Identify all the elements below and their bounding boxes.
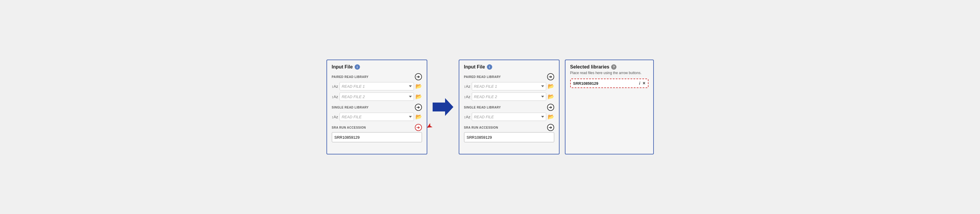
panel2-read-file-row: ↕Az READ FILE 📂 <box>464 113 554 121</box>
panel2-single-section: SINGLE READ LIBRARY ➔ ↕Az READ FILE 📂 <box>464 104 554 121</box>
panel2-sra-label: SRA RUN ACCESSION ➔ <box>464 124 554 131</box>
red-arrow-annotation: ➤ <box>425 122 434 131</box>
panel1-read-file-2-select[interactable]: READ FILE 2 <box>339 92 414 101</box>
panel2-sort-icon-1: ↕Az <box>464 84 471 89</box>
panel2-folder-icon-3[interactable]: 📂 <box>548 114 554 120</box>
panel1-sort-icon-3: ↕Az <box>332 115 338 119</box>
panel2-info-icon[interactable]: i <box>487 64 492 70</box>
panel2-paired-arrow-btn[interactable]: ➔ <box>547 73 554 80</box>
panel2-single-arrow-btn[interactable]: ➔ <box>547 104 554 111</box>
panel1-info-icon[interactable]: i <box>355 64 360 70</box>
selected-item-name-0: SRR10859129 <box>573 81 598 86</box>
panel1-single-section: SINGLE READ LIBRARY ➔ ↕Az READ FILE 📂 <box>332 104 422 121</box>
libraries-title-text: Selected libraries <box>570 64 609 70</box>
selected-item-close-icon-0[interactable]: × <box>643 81 645 86</box>
panel1-read-file-row: ↕Az READ FILE 📂 <box>332 113 422 121</box>
panel1-read-file-1-row: ↕Az READ FILE 1 📂 <box>332 82 422 90</box>
panel2-read-file-2-row: ↕Az READ FILE 2 📂 <box>464 92 554 101</box>
selected-libraries-panel: Selected libraries ? Place read files he… <box>565 60 654 154</box>
panel1-read-file-1-select[interactable]: READ FILE 1 <box>339 82 414 90</box>
panel2-folder-icon-1[interactable]: 📂 <box>548 83 554 89</box>
panel1-folder-icon-2[interactable]: 📂 <box>415 94 422 100</box>
panel1-paired-label: PAIRED READ LIBRARY ➔ <box>332 73 422 80</box>
selected-item-actions-0: i × <box>639 81 645 86</box>
panel2-paired-section: PAIRED READ LIBRARY ➔ ↕Az READ FILE 1 📂 … <box>464 73 554 101</box>
svg-marker-0 <box>433 98 453 116</box>
panel2-single-label: SINGLE READ LIBRARY ➔ <box>464 104 554 111</box>
panel1-single-label: SINGLE READ LIBRARY ➔ <box>332 104 422 111</box>
panel1-read-file-2-row: ↕Az READ FILE 2 📂 <box>332 92 422 101</box>
panel1-title-text: Input File <box>332 64 353 70</box>
panel1-folder-icon-1[interactable]: 📂 <box>415 83 422 89</box>
panel1-single-arrow-btn[interactable]: ➔ <box>415 104 422 111</box>
panel2-sra-section: SRA RUN ACCESSION ➔ <box>464 124 554 142</box>
panel2-sort-icon-2: ↕Az <box>464 95 471 99</box>
selected-library-item-0: SRR10859129 i × <box>570 79 649 88</box>
panel1-sort-icon-1: ↕Az <box>332 84 338 89</box>
panel2-read-file-1-select[interactable]: READ FILE 1 <box>472 82 546 90</box>
panel1-paired-section: PAIRED READ LIBRARY ➔ ↕Az READ FILE 1 📂 … <box>332 73 422 101</box>
panel1-folder-icon-3[interactable]: 📂 <box>415 114 422 120</box>
panel2-read-file-select[interactable]: READ FILE <box>472 113 546 121</box>
panel2-read-file-2-select[interactable]: READ FILE 2 <box>472 92 546 101</box>
big-arrow-between-1-2 <box>433 98 453 116</box>
panel1-sra-label: SRA RUN ACCESSION ➔ ➤ <box>332 124 422 131</box>
panel1-title: Input File i <box>332 64 422 70</box>
main-wrapper: Input File i PAIRED READ LIBRARY ➔ ↕Az R… <box>326 60 654 154</box>
panel1-sra-arrow-btn[interactable]: ➔ ➤ <box>415 124 422 131</box>
selected-item-info-icon-0[interactable]: i <box>639 81 640 86</box>
panel1-paired-arrow-btn[interactable]: ➔ <box>415 73 422 80</box>
panel2-paired-label: PAIRED READ LIBRARY ➔ <box>464 73 554 80</box>
panel2-sra-input[interactable] <box>464 132 554 142</box>
panel2-read-file-1-row: ↕Az READ FILE 1 📂 <box>464 82 554 90</box>
panel1-sra-section: SRA RUN ACCESSION ➔ ➤ <box>332 124 422 142</box>
libraries-help-icon[interactable]: ? <box>611 64 616 70</box>
panel2-title-text: Input File <box>464 64 485 70</box>
panel2-title: Input File i <box>464 64 554 70</box>
panel2-sort-icon-3: ↕Az <box>464 115 471 119</box>
big-right-arrow-svg <box>433 98 453 116</box>
input-file-panel-1: Input File i PAIRED READ LIBRARY ➔ ↕Az R… <box>326 60 427 154</box>
libraries-subtitle: Place read files here using the arrow bu… <box>570 71 649 75</box>
panel1-sort-icon-2: ↕Az <box>332 95 338 99</box>
panel2-sra-arrow-btn[interactable]: ➔ <box>547 124 554 131</box>
panel1-sra-input[interactable] <box>332 132 422 142</box>
panel1-read-file-select[interactable]: READ FILE <box>339 113 414 121</box>
input-file-panel-2: Input File i PAIRED READ LIBRARY ➔ ↕Az R… <box>459 60 560 154</box>
libraries-title: Selected libraries ? <box>570 64 649 70</box>
panel2-folder-icon-2[interactable]: 📂 <box>548 94 554 100</box>
